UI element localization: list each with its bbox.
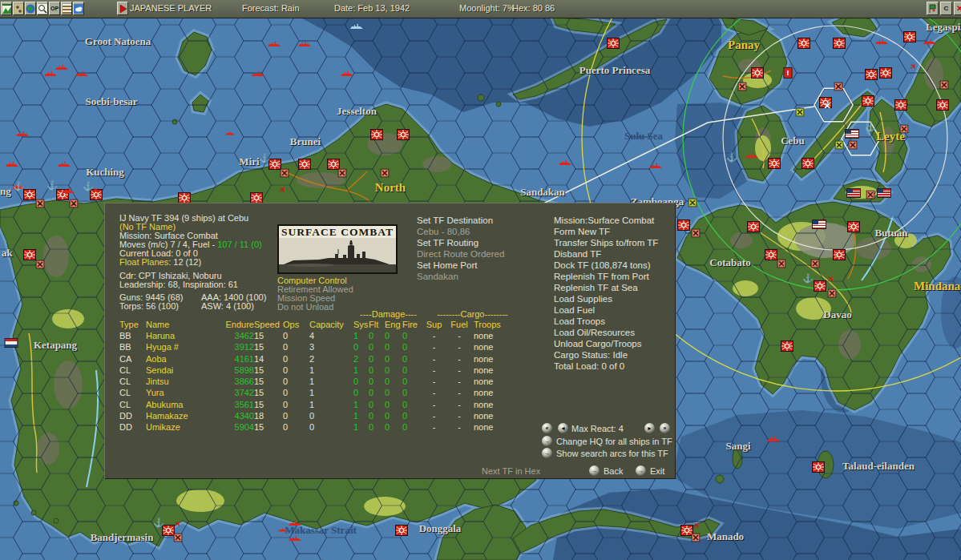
ship-icon[interactable] xyxy=(559,160,571,166)
japanese-base-icon[interactable] xyxy=(797,38,810,49)
tf-nav-option[interactable]: Set Home Port xyxy=(417,260,504,271)
tf-action[interactable]: Load Fuel xyxy=(554,304,658,316)
airfield-icon[interactable]: ✈ xyxy=(693,522,701,530)
exit-button[interactable]: → xyxy=(636,465,646,476)
ship-row[interactable]: BBHyuga #391215030000--none xyxy=(119,341,552,353)
change-hq-label[interactable]: Change HQ for all ships in TF xyxy=(556,437,672,446)
anchor-port-icon[interactable]: ⚓ xyxy=(865,123,876,131)
ship-icon[interactable] xyxy=(268,42,281,47)
ship-icon[interactable] xyxy=(341,71,353,77)
unit-box-icon[interactable] xyxy=(811,260,820,268)
react-down-button[interactable]: ◄ xyxy=(558,423,568,433)
japanese-base-icon[interactable] xyxy=(765,249,777,260)
back-button[interactable]: → xyxy=(589,465,600,476)
japanese-base-icon[interactable] xyxy=(833,38,846,49)
base-dot-icon[interactable] xyxy=(796,108,805,117)
op-button[interactable]: OP xyxy=(49,2,60,15)
ship-name[interactable]: Umikaze xyxy=(146,421,224,433)
us-flag-icon[interactable] xyxy=(846,188,861,198)
japanese-base-icon[interactable] xyxy=(768,158,781,169)
ship-row[interactable]: CAAoba416114022000--none xyxy=(119,353,552,365)
ship-row[interactable]: CLJintsu386615010000--none xyxy=(119,376,552,387)
japanese-base-icon[interactable] xyxy=(751,67,764,79)
japanese-base-icon[interactable] xyxy=(879,67,892,79)
tf-action[interactable]: Form New TF xyxy=(554,226,658,237)
tf-action[interactable]: Cargo Status: Idle xyxy=(554,349,658,361)
airfield-icon[interactable]: ✈ xyxy=(279,186,286,195)
react-up-button[interactable]: ► xyxy=(644,423,655,433)
japanese-base-icon[interactable] xyxy=(23,249,36,260)
anchor-port-icon[interactable]: ⚓ xyxy=(46,181,58,190)
beach-icon[interactable] xyxy=(61,2,72,15)
japanese-base-icon[interactable] xyxy=(814,280,826,292)
ship-row[interactable]: CLYura374215010000--none xyxy=(119,387,552,398)
weather-icon[interactable] xyxy=(73,2,84,15)
japanese-base-icon[interactable] xyxy=(370,129,383,140)
search-arcs-button[interactable]: → xyxy=(542,448,552,458)
ship-icon[interactable] xyxy=(44,71,57,77)
submarine-icon[interactable] xyxy=(225,132,235,136)
map-overview-icon[interactable] xyxy=(1,2,12,15)
tf-action[interactable]: Disband TF xyxy=(554,248,658,260)
unit-box-icon[interactable] xyxy=(338,169,347,178)
react-max-button[interactable]: » xyxy=(660,423,670,433)
ship-icon[interactable] xyxy=(767,437,780,442)
japanese-base-icon[interactable] xyxy=(397,129,410,140)
ship-name[interactable]: Hyuga # xyxy=(146,341,224,353)
unit-box-icon[interactable] xyxy=(36,260,45,269)
anchor-port-icon[interactable]: ⚓ xyxy=(726,153,737,162)
japanese-base-icon[interactable] xyxy=(607,38,620,49)
next-turn-icon[interactable] xyxy=(117,2,128,15)
japanese-base-icon[interactable] xyxy=(862,95,874,107)
ship-icon[interactable] xyxy=(875,39,888,45)
anchor-port-icon[interactable]: ⚓ xyxy=(259,154,270,163)
ship-icon[interactable] xyxy=(58,162,71,167)
japanese-base-icon[interactable] xyxy=(395,525,408,536)
ship-row[interactable]: CLAbukuma356115011000--none xyxy=(119,399,552,410)
us-flag-icon[interactable] xyxy=(845,129,859,139)
unit-box-icon[interactable] xyxy=(866,191,875,199)
ship-row[interactable]: CLSendai589815011000--none xyxy=(119,365,552,376)
ground-forces-icon[interactable] xyxy=(13,2,24,15)
back-label[interactable]: Back xyxy=(604,466,623,476)
unit-box-icon[interactable] xyxy=(281,169,289,178)
ship-name[interactable]: Yura xyxy=(146,387,224,398)
base-dot-icon[interactable] xyxy=(835,141,844,150)
ship-icon[interactable] xyxy=(923,39,936,45)
exit-label[interactable]: Exit xyxy=(650,466,664,476)
unit-box-icon[interactable] xyxy=(849,141,858,150)
unit-box-icon[interactable] xyxy=(777,260,786,268)
tf-action[interactable]: Total Load: 0 of 0 xyxy=(554,361,658,372)
japanese-base-icon[interactable] xyxy=(865,69,878,80)
unit-box-icon[interactable] xyxy=(692,229,701,238)
tf-action[interactable]: Unload Cargo/Troops xyxy=(554,338,658,349)
tf-nav-option[interactable]: Set TF Routing xyxy=(417,237,504,248)
anchor-port-icon[interactable]: ⚓ xyxy=(802,274,814,283)
japanese-base-icon[interactable] xyxy=(812,461,825,473)
japanese-base-icon[interactable] xyxy=(178,192,191,203)
tf-action[interactable]: Mission:Surface Combat xyxy=(554,215,658,226)
anchor-port-icon[interactable]: ⚓ xyxy=(153,518,164,527)
ship-icon[interactable] xyxy=(16,131,29,137)
allied-ship-icon[interactable] xyxy=(350,24,363,30)
unit-box-icon[interactable] xyxy=(940,81,949,90)
ship-icon[interactable] xyxy=(298,42,311,47)
next-tf-button[interactable]: Next TF in Hex xyxy=(482,466,540,476)
anchor-port-icon[interactable]: ⚓ xyxy=(13,182,24,191)
japanese-base-icon[interactable] xyxy=(936,99,949,111)
japanese-base-icon[interactable] xyxy=(250,192,263,203)
airfield-icon[interactable]: ✈ xyxy=(174,520,181,529)
change-hq-button[interactable]: → xyxy=(542,436,552,446)
japanese-base-icon[interactable] xyxy=(847,221,860,232)
unit-box-icon[interactable] xyxy=(828,289,837,298)
japanese-base-icon[interactable] xyxy=(894,99,907,111)
ship-name[interactable]: Aoba xyxy=(146,353,224,365)
alert-icon[interactable]: ! xyxy=(784,67,793,79)
react-min-button[interactable]: « xyxy=(542,423,552,433)
ship-row[interactable]: DDUmikaze590415001000--none xyxy=(119,421,552,433)
japanese-base-icon[interactable] xyxy=(677,220,690,231)
japanese-base-icon[interactable] xyxy=(298,159,311,170)
ship-icon[interactable] xyxy=(6,162,18,167)
unit-box-icon[interactable] xyxy=(692,534,701,542)
airfield-icon[interactable]: ✈ xyxy=(92,187,99,195)
